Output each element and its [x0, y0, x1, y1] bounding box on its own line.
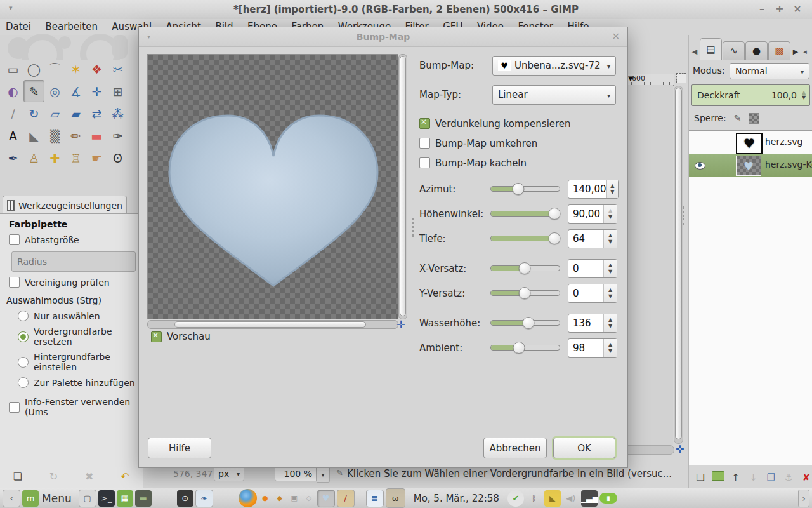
rect-select-tool[interactable]: ▭: [3, 58, 23, 80]
ink-tool[interactable]: ✒: [3, 147, 23, 169]
layer-mode-dropdown[interactable]: Normal: [730, 63, 809, 79]
computer-launcher[interactable]: ▢: [79, 490, 96, 507]
slider-value[interactable]: 0: [568, 288, 603, 299]
radio-zur-palette-hinzufuegen[interactable]: Zur Palette hinzufügen: [18, 377, 143, 388]
raise-layer-button[interactable]: ↑: [729, 472, 743, 483]
sample-size-checkbox-row[interactable]: Abtastgröße: [9, 234, 143, 245]
fuzzy-select-tool[interactable]: ✶: [65, 58, 86, 80]
select-by-color-tool[interactable]: ❖: [86, 58, 107, 80]
slider-track[interactable]: [490, 236, 560, 241]
display-settings-icon[interactable]: ◣: [544, 490, 561, 507]
slider-value-field[interactable]: 140,00 ▲▼: [568, 180, 619, 199]
slider-track[interactable]: [490, 265, 560, 271]
preview-checkbox-row[interactable]: Vorschau: [151, 331, 211, 342]
preview-horizontal-scrollbar[interactable]: [147, 320, 398, 329]
reset-tool-options-button[interactable]: ↶: [117, 471, 133, 483]
update-manager-icon[interactable]: ◆: [273, 492, 286, 505]
slider-thumb[interactable]: [513, 342, 525, 354]
radio-icon[interactable]: [18, 311, 29, 321]
invert-bumpmap-checkbox[interactable]: Bump-Map umkehren: [419, 133, 617, 153]
dialog-titlebar[interactable]: ▾ Bump-Map ×: [139, 27, 627, 47]
lower-layer-button[interactable]: ↓: [746, 472, 760, 483]
firefox-icon[interactable]: [239, 489, 257, 507]
clock[interactable]: Mo, 5. Mär., 22:58: [414, 493, 499, 504]
volume-icon[interactable]: ◀): [563, 490, 579, 507]
sample-size-checkbox[interactable]: [9, 234, 20, 245]
pane-splitter-handle[interactable]: [683, 206, 684, 225]
checkbox-icon[interactable]: [419, 157, 430, 168]
window-shade-icon[interactable]: ▾: [9, 4, 13, 12]
cancel-button[interactable]: Abbrechen: [483, 438, 547, 458]
slider-thumb[interactable]: [549, 208, 561, 220]
sample-merged-checkbox[interactable]: [9, 277, 20, 288]
canvas-navigation-icon[interactable]: ✛: [676, 443, 684, 455]
slider-value-field[interactable]: 0 ▲▼: [568, 259, 617, 278]
mint-menu-label[interactable]: Menu: [42, 492, 72, 505]
slider-track[interactable]: [490, 211, 560, 217]
dock-menu-button[interactable]: ◂: [801, 43, 809, 60]
patterns-tab[interactable]: ▩: [768, 41, 790, 60]
spinner-arrows[interactable]: ▲▼: [603, 230, 617, 248]
mint-menu-icon[interactable]: m: [22, 490, 39, 507]
gimp-canvas-icon[interactable]: ∕: [337, 490, 355, 507]
foreground-select-tool[interactable]: ◐: [3, 80, 23, 102]
lock-alpha-icon[interactable]: [749, 113, 759, 124]
lock-pixels-icon[interactable]: ✎: [734, 113, 742, 123]
slider-value[interactable]: 98: [568, 342, 603, 354]
perspective-clone-tool[interactable]: ♖: [65, 147, 86, 169]
sample-merged-checkbox-row[interactable]: Vereinigung prüfen: [9, 277, 143, 288]
rotate-tool[interactable]: ↻: [23, 102, 44, 124]
slider-thumb[interactable]: [549, 232, 561, 244]
thunderbird-icon[interactable]: ❧: [195, 490, 213, 507]
flip-tool[interactable]: ⇄: [86, 102, 107, 124]
gimp-wilber-icon[interactable]: ω: [386, 488, 405, 508]
bucket-fill-tool[interactable]: ◣: [23, 124, 44, 147]
dodge-burn-tool[interactable]: ʘ: [107, 147, 128, 169]
align-tool[interactable]: ⊞: [107, 80, 128, 102]
new-layer-group-button[interactable]: [711, 471, 725, 483]
menu-datei[interactable]: Datei: [0, 19, 37, 34]
slider-track[interactable]: [490, 186, 560, 192]
libreoffice-writer-icon[interactable]: ≣: [366, 490, 384, 507]
tab-tool-options[interactable]: Werkzeugeinstellungen: [3, 196, 127, 215]
preview-pan-icon[interactable]: ✛: [396, 318, 405, 331]
checkbox-icon[interactable]: [419, 118, 430, 129]
smudge-tool[interactable]: ☛: [86, 147, 107, 169]
spinner-arrows[interactable]: ▲▼: [603, 260, 617, 277]
delete-tool-preset-button[interactable]: ✖: [82, 471, 97, 483]
radio-icon[interactable]: [18, 331, 29, 342]
move-tool[interactable]: ✛: [86, 80, 107, 102]
dialog-splitter-handle[interactable]: [412, 218, 414, 237]
bumpmap-dropdown[interactable]: ♥ Unbena...z.svg-72: [492, 56, 616, 76]
measure-tool[interactable]: ∡: [65, 80, 86, 102]
scissors-select-tool[interactable]: ✂: [107, 58, 128, 80]
spinner-arrows[interactable]: ▲▼: [603, 205, 617, 223]
terminal-launcher[interactable]: >_: [98, 490, 115, 507]
slider-thumb[interactable]: [513, 183, 525, 195]
help-button[interactable]: Hilfe: [148, 438, 211, 458]
package-icon[interactable]: ▣: [288, 492, 301, 505]
slider-thumb[interactable]: [518, 262, 530, 274]
radio-vordergrundfarbe-ersetzen[interactable]: Vordergrundfarbe ersetzen: [18, 326, 143, 347]
shield-icon[interactable]: ◇: [303, 492, 315, 505]
tray-expander-button[interactable]: ›: [798, 490, 809, 507]
layer-name[interactable]: herz.svg: [765, 137, 812, 147]
ellipse-select-tool[interactable]: ◯: [23, 58, 44, 80]
heal-tool[interactable]: ✚: [44, 147, 65, 169]
zoom-level-field[interactable]: 100 %: [275, 466, 317, 481]
layer-row-herz-kopie[interactable]: ♥ herz.svg-Ko: [689, 154, 812, 177]
paintbrush-tool[interactable]: ✏: [65, 124, 86, 147]
layer-row-herz[interactable]: ♥ herz.svg: [689, 131, 812, 154]
slider-value[interactable]: 64: [568, 233, 603, 244]
use-info-window-checkbox[interactable]: [9, 402, 20, 413]
ok-button[interactable]: OK: [553, 438, 615, 458]
preview-checkbox[interactable]: [151, 331, 162, 342]
restore-tool-preset-button[interactable]: ↻: [46, 471, 61, 483]
bluetooth-icon[interactable]: ᛒ: [526, 490, 542, 507]
paths-tab[interactable]: ∿: [723, 41, 745, 60]
spinner-arrows[interactable]: ▲▼: [603, 314, 617, 332]
zoom-follow-window-button[interactable]: [676, 73, 686, 83]
slider-value[interactable]: 90,00: [568, 208, 603, 220]
clone-tool[interactable]: ♙: [23, 147, 44, 169]
dialog-shade-icon[interactable]: ▾: [147, 33, 150, 40]
